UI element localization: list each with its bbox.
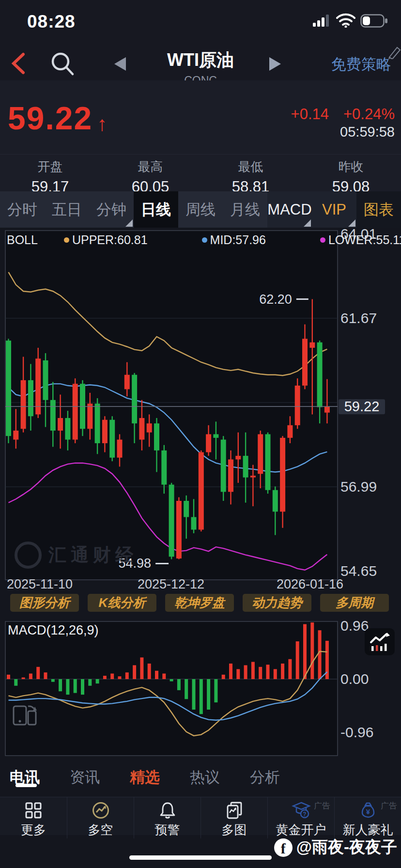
candle-body — [35, 358, 41, 414]
chart-watermark: 汇通财经 — [15, 542, 138, 569]
tab-minute[interactable]: 分钟 — [89, 191, 134, 228]
rotate-screen-button[interactable] — [12, 700, 38, 727]
macd-bar — [303, 624, 307, 679]
pencil-icon[interactable] — [387, 45, 401, 59]
candle-body — [273, 490, 278, 512]
candlestick-chart[interactable]: 59.2264.0161.6756.9954.6562.2054.982025-… — [0, 228, 401, 593]
tab-news[interactable]: 资讯 — [70, 767, 100, 788]
candle-body — [13, 431, 18, 440]
boll-legend: BOLL UPPER:60.81 MID:57.96 LOWER:55.11 — [7, 233, 401, 247]
home-indicator[interactable] — [129, 855, 272, 860]
next-symbol-icon[interactable] — [269, 57, 281, 71]
candle-body — [302, 339, 308, 386]
candle-body — [280, 438, 285, 512]
candle-body — [43, 360, 48, 400]
macd-bar — [251, 662, 255, 679]
macd-bar — [162, 674, 166, 679]
candle-body — [95, 403, 100, 443]
tab-five-day[interactable]: 五日 — [45, 191, 89, 228]
candle-body — [87, 403, 93, 429]
multi-chart-button[interactable]: 多图 — [200, 797, 267, 838]
gold-account-button[interactable]: 广告 ? 黄金开户 — [267, 797, 334, 838]
analysis-button-row: 图形分析 K线分析 乾坤罗盘 动力趋势 多周期 — [10, 594, 389, 612]
macd-bar — [185, 679, 188, 699]
alert-button[interactable]: 预警 — [134, 797, 200, 838]
pattern-analysis-button[interactable]: 图形分析 — [10, 594, 79, 612]
news-tab-bar: 电讯 资讯 精选 热议 分析 — [0, 758, 401, 797]
stat-high: 最高60.05 — [100, 155, 200, 196]
macd-bar — [281, 664, 284, 679]
multi-period-button[interactable]: 多周期 — [320, 594, 389, 612]
y-axis-label: 54.65 — [340, 563, 377, 579]
candle-body — [243, 456, 248, 478]
candle-body — [228, 459, 233, 492]
corner-fold-icon — [348, 219, 355, 227]
candle-body — [295, 386, 300, 425]
lower-band-label: LOWER:55.11 — [328, 233, 401, 247]
macd-bar — [318, 630, 322, 679]
macd-bar — [59, 679, 62, 691]
tab-macd[interactable]: MACD — [267, 191, 312, 228]
tab-monthly[interactable]: 月线 — [223, 191, 267, 228]
candle-body — [199, 452, 204, 530]
tab-daily[interactable]: 日线 — [134, 191, 178, 228]
tab-hot-topics[interactable]: 热议 — [190, 767, 220, 788]
x-axis-label: 2025-12-12 — [138, 577, 204, 591]
price-change-pct: +0.24% — [343, 106, 395, 123]
long-short-button[interactable]: 多空 — [67, 797, 134, 838]
macd-chart[interactable]: 0.960.00-0.96 — [0, 615, 401, 775]
newcomer-gift-button[interactable]: 广告 ¥ 新人豪礼 — [334, 797, 401, 838]
candle-body — [191, 517, 197, 529]
gold-account-icon: ? — [292, 801, 311, 820]
compass-button[interactable]: 乾坤罗盘 — [165, 594, 234, 612]
candle-body — [309, 342, 315, 348]
facebook-logo-icon: f — [274, 838, 293, 857]
macd-bar — [22, 678, 25, 679]
y-axis-label: 61.67 — [340, 310, 377, 326]
tab-chart[interactable]: 图表 — [356, 191, 401, 228]
ohlc-stats: 开盘59.17 最高60.05 最低58.81 昨收59.08 — [0, 154, 401, 192]
tab-timeline[interactable]: 分时 — [0, 191, 45, 228]
candle-body — [221, 440, 226, 492]
stat-open: 开盘59.17 — [0, 155, 100, 196]
price-change-row: +0.14+0.24% — [291, 106, 395, 123]
candle-body — [124, 375, 130, 389]
candle-body — [265, 434, 271, 490]
candle-body — [258, 434, 263, 474]
tab-analysis[interactable]: 分析 — [250, 767, 280, 788]
macd-bar — [29, 674, 32, 679]
kline-analysis-button[interactable]: K线分析 — [88, 594, 156, 612]
tab-featured[interactable]: 精选 — [130, 767, 160, 788]
candle-body — [206, 434, 211, 452]
macd-bar — [140, 657, 143, 679]
lower-band-dot-icon — [320, 237, 325, 243]
candle-body — [213, 434, 218, 437]
free-strategy-link[interactable]: 免费策略 — [331, 54, 391, 75]
y-axis-label: -0.96 — [340, 724, 373, 740]
tab-weekly[interactable]: 周线 — [178, 191, 223, 228]
candle-body — [317, 342, 323, 407]
macd-bar — [296, 641, 299, 679]
current-price-label: 59.22 — [344, 399, 380, 414]
macd-plot-area — [5, 621, 338, 756]
chart-mode-button[interactable] — [365, 628, 395, 655]
momentum-trend-button[interactable]: 动力趋势 — [243, 594, 311, 612]
candle-body — [324, 406, 330, 413]
macd-bar — [88, 679, 92, 686]
corner-fold-icon — [304, 219, 311, 227]
stat-low: 最低58.81 — [200, 155, 301, 196]
candle-body — [58, 418, 63, 431]
bell-icon — [158, 801, 177, 820]
macd-bar — [51, 679, 55, 682]
candle-body — [50, 400, 56, 431]
candle-body — [184, 501, 189, 517]
svg-text:?: ? — [303, 811, 306, 818]
tab-vip[interactable]: VIP — [312, 191, 356, 228]
macd-bar — [7, 675, 10, 679]
mid-band-label: MID:57.96 — [210, 233, 266, 247]
more-button[interactable]: 更多 — [0, 797, 67, 838]
active-tab-underline — [15, 784, 37, 787]
macd-bar — [74, 679, 77, 693]
mid-band-dot-icon — [202, 237, 207, 243]
macd-title: MACD(12,26,9) — [8, 623, 99, 638]
